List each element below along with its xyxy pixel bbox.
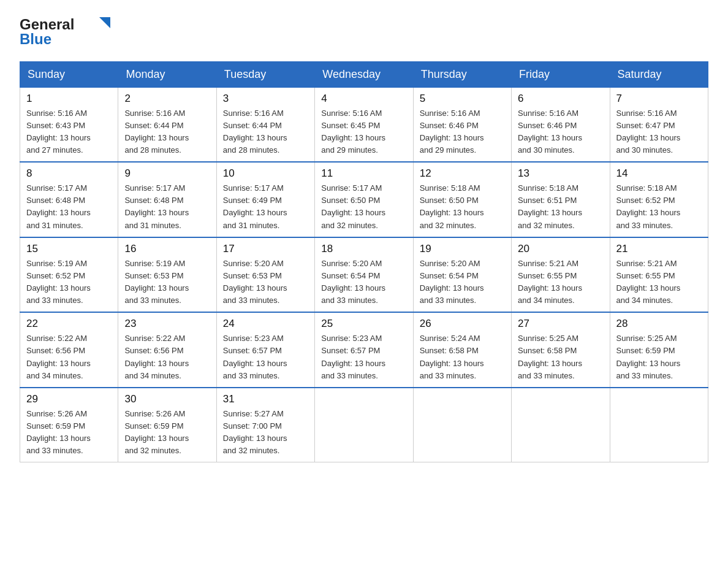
day-number: 27 (518, 318, 603, 330)
header-tuesday: Tuesday (216, 61, 314, 87)
calendar-cell: 22Sunrise: 5:22 AMSunset: 6:56 PMDayligh… (20, 312, 118, 388)
day-info: Sunrise: 5:24 AMSunset: 6:58 PMDaylight:… (420, 332, 505, 382)
header-friday: Friday (512, 61, 610, 87)
day-number: 23 (124, 318, 210, 330)
logo: General Blue (20, 15, 118, 49)
calendar-cell: 16Sunrise: 5:19 AMSunset: 6:53 PMDayligh… (118, 237, 216, 313)
calendar-cell: 30Sunrise: 5:26 AMSunset: 6:59 PMDayligh… (118, 388, 216, 462)
week-row-1: 8Sunrise: 5:17 AMSunset: 6:48 PMDaylight… (20, 162, 708, 237)
day-number: 26 (420, 318, 505, 330)
day-info: Sunrise: 5:16 AMSunset: 6:45 PMDaylight:… (321, 107, 406, 157)
header-sunday: Sunday (20, 61, 118, 87)
day-info: Sunrise: 5:19 AMSunset: 6:52 PMDaylight:… (26, 258, 112, 307)
calendar-cell: 5Sunrise: 5:16 AMSunset: 6:46 PMDaylight… (413, 87, 511, 162)
calendar-cell (610, 388, 708, 462)
day-number: 2 (124, 93, 210, 105)
header-thursday: Thursday (413, 61, 511, 87)
day-number: 8 (26, 167, 112, 180)
calendar-cell: 17Sunrise: 5:20 AMSunset: 6:53 PMDayligh… (216, 237, 314, 313)
header-area: General Blue (20, 15, 708, 49)
week-row-0: 1Sunrise: 5:16 AMSunset: 6:43 PMDaylight… (20, 87, 708, 162)
calendar-cell: 31Sunrise: 5:27 AMSunset: 7:00 PMDayligh… (216, 388, 314, 462)
day-info: Sunrise: 5:25 AMSunset: 6:59 PMDaylight:… (616, 332, 702, 382)
day-number: 15 (26, 243, 112, 255)
day-info: Sunrise: 5:25 AMSunset: 6:58 PMDaylight:… (518, 332, 603, 382)
week-row-4: 29Sunrise: 5:26 AMSunset: 6:59 PMDayligh… (20, 388, 708, 462)
calendar-cell: 29Sunrise: 5:26 AMSunset: 6:59 PMDayligh… (20, 388, 118, 462)
day-number: 30 (124, 393, 210, 405)
day-number: 31 (223, 393, 308, 405)
day-number: 4 (321, 93, 406, 105)
day-number: 6 (518, 93, 603, 105)
day-number: 25 (321, 318, 406, 330)
header-monday: Monday (118, 61, 216, 87)
week-row-3: 22Sunrise: 5:22 AMSunset: 6:56 PMDayligh… (20, 312, 708, 388)
day-info: Sunrise: 5:17 AMSunset: 6:49 PMDaylight:… (223, 182, 308, 232)
calendar-cell: 21Sunrise: 5:21 AMSunset: 6:55 PMDayligh… (610, 237, 708, 313)
calendar-cell: 11Sunrise: 5:17 AMSunset: 6:50 PMDayligh… (315, 162, 413, 237)
calendar-cell: 2Sunrise: 5:16 AMSunset: 6:44 PMDaylight… (118, 87, 216, 162)
day-number: 7 (616, 93, 702, 105)
logo-svg: General Blue (20, 15, 118, 47)
calendar-cell: 23Sunrise: 5:22 AMSunset: 6:56 PMDayligh… (118, 312, 216, 388)
day-info: Sunrise: 5:17 AMSunset: 6:48 PMDaylight:… (124, 182, 210, 232)
calendar-cell: 20Sunrise: 5:21 AMSunset: 6:55 PMDayligh… (512, 237, 610, 313)
day-info: Sunrise: 5:20 AMSunset: 6:54 PMDaylight:… (420, 258, 505, 307)
logo-wordmark: General Blue (20, 15, 118, 49)
calendar-cell: 12Sunrise: 5:18 AMSunset: 6:50 PMDayligh… (413, 162, 511, 237)
calendar-cell: 8Sunrise: 5:17 AMSunset: 6:48 PMDaylight… (20, 162, 118, 237)
day-number: 10 (223, 167, 308, 180)
calendar-cell: 15Sunrise: 5:19 AMSunset: 6:52 PMDayligh… (20, 237, 118, 313)
calendar-cell: 7Sunrise: 5:16 AMSunset: 6:47 PMDaylight… (610, 87, 708, 162)
calendar-cell: 25Sunrise: 5:23 AMSunset: 6:57 PMDayligh… (315, 312, 413, 388)
day-info: Sunrise: 5:16 AMSunset: 6:46 PMDaylight:… (420, 107, 505, 157)
day-number: 9 (124, 167, 210, 180)
day-info: Sunrise: 5:17 AMSunset: 6:50 PMDaylight:… (321, 182, 406, 232)
day-number: 21 (616, 243, 702, 255)
day-info: Sunrise: 5:26 AMSunset: 6:59 PMDaylight:… (124, 408, 210, 458)
day-info: Sunrise: 5:23 AMSunset: 6:57 PMDaylight:… (223, 332, 308, 382)
day-info: Sunrise: 5:26 AMSunset: 6:59 PMDaylight:… (26, 408, 112, 458)
day-number: 28 (616, 318, 702, 330)
day-info: Sunrise: 5:23 AMSunset: 6:57 PMDaylight:… (321, 332, 406, 382)
day-info: Sunrise: 5:17 AMSunset: 6:48 PMDaylight:… (26, 182, 112, 232)
calendar-cell: 28Sunrise: 5:25 AMSunset: 6:59 PMDayligh… (610, 312, 708, 388)
calendar-cell: 24Sunrise: 5:23 AMSunset: 6:57 PMDayligh… (216, 312, 314, 388)
day-info: Sunrise: 5:21 AMSunset: 6:55 PMDaylight:… (518, 258, 603, 307)
day-number: 16 (124, 243, 210, 255)
calendar-cell (315, 388, 413, 462)
calendar-cell (512, 388, 610, 462)
day-number: 22 (26, 318, 112, 330)
calendar-cell: 14Sunrise: 5:18 AMSunset: 6:52 PMDayligh… (610, 162, 708, 237)
day-info: Sunrise: 5:18 AMSunset: 6:52 PMDaylight:… (616, 182, 702, 232)
day-number: 1 (26, 93, 112, 105)
day-number: 24 (223, 318, 308, 330)
week-row-2: 15Sunrise: 5:19 AMSunset: 6:52 PMDayligh… (20, 237, 708, 313)
header-saturday: Saturday (610, 61, 708, 87)
day-info: Sunrise: 5:21 AMSunset: 6:55 PMDaylight:… (616, 258, 702, 307)
calendar-table: SundayMondayTuesdayWednesdayThursdayFrid… (20, 61, 708, 463)
day-info: Sunrise: 5:19 AMSunset: 6:53 PMDaylight:… (124, 258, 210, 307)
svg-text:Blue: Blue (20, 31, 51, 47)
day-info: Sunrise: 5:18 AMSunset: 6:50 PMDaylight:… (420, 182, 505, 232)
day-number: 3 (223, 93, 308, 105)
day-number: 13 (518, 167, 603, 180)
day-number: 12 (420, 167, 505, 180)
day-info: Sunrise: 5:27 AMSunset: 7:00 PMDaylight:… (223, 408, 308, 458)
calendar-cell: 1Sunrise: 5:16 AMSunset: 6:43 PMDaylight… (20, 87, 118, 162)
day-info: Sunrise: 5:16 AMSunset: 6:47 PMDaylight:… (616, 107, 702, 157)
day-info: Sunrise: 5:20 AMSunset: 6:53 PMDaylight:… (223, 258, 308, 307)
day-number: 17 (223, 243, 308, 255)
day-number: 20 (518, 243, 603, 255)
calendar-cell: 13Sunrise: 5:18 AMSunset: 6:51 PMDayligh… (512, 162, 610, 237)
day-info: Sunrise: 5:16 AMSunset: 6:44 PMDaylight:… (223, 107, 308, 157)
calendar-cell: 3Sunrise: 5:16 AMSunset: 6:44 PMDaylight… (216, 87, 314, 162)
day-number: 29 (26, 393, 112, 405)
header-wednesday: Wednesday (315, 61, 413, 87)
calendar-header-row: SundayMondayTuesdayWednesdayThursdayFrid… (20, 61, 708, 87)
day-number: 5 (420, 93, 505, 105)
calendar-cell: 4Sunrise: 5:16 AMSunset: 6:45 PMDaylight… (315, 87, 413, 162)
calendar-cell: 19Sunrise: 5:20 AMSunset: 6:54 PMDayligh… (413, 237, 511, 313)
calendar-cell: 10Sunrise: 5:17 AMSunset: 6:49 PMDayligh… (216, 162, 314, 237)
day-info: Sunrise: 5:16 AMSunset: 6:43 PMDaylight:… (26, 107, 112, 157)
